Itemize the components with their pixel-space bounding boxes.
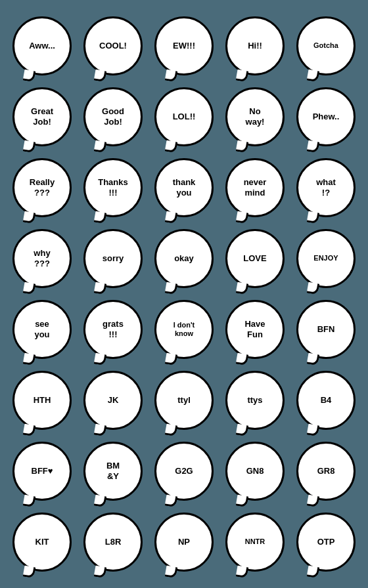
bubble-label-otp: OTP [317,537,335,547]
bubble-gr8[interactable]: GR8 [296,442,356,501]
bubble-thank-you[interactable]: thank you [154,158,214,217]
bubble-b4[interactable]: B4 [296,371,356,430]
bubble-label-hth: HTH [34,395,51,406]
bubble-label-bfn: BFN [317,324,335,335]
bubble-good-job[interactable]: Good Job! [83,87,143,146]
bubble-label-really: Really ??? [30,177,55,198]
bubble-ttys[interactable]: ttys [225,371,285,430]
bubble-okay[interactable]: okay [154,229,214,288]
bubble-never-mind[interactable]: never mind [225,158,285,217]
bubble-l8r[interactable]: L8R [83,513,143,572]
bubble-label-np: NP [178,537,190,547]
bubble-label-jk: JK [108,395,119,406]
bubble-label-great-job: Great Job! [31,106,53,127]
bubble-no-way[interactable]: No way! [225,87,285,146]
bubble-label-gotcha: Gotcha [313,41,338,50]
bubble-label-thank-you: thank you [173,177,196,198]
bubble-what[interactable]: what !? [296,158,356,217]
bubble-label-good-job: Good Job! [102,106,124,127]
bubble-label-nntr: NNTR [245,537,265,546]
bubble-otp[interactable]: OTP [296,513,356,572]
bubble-label-bm-y: BM &Y [106,461,120,481]
bubble-ew[interactable]: EW!!! [154,16,214,75]
bubble-enjoy[interactable]: ENJOY [296,229,356,288]
bubble-label-phew: Phew.. [313,112,340,122]
bubble-ttyl[interactable]: ttyl [154,371,214,430]
bubble-phew[interactable]: Phew.. [296,87,356,146]
bubble-label-ttyl: ttyl [177,395,191,406]
bubble-label-grats: grats !!! [103,319,124,339]
bubble-label-sorry: sorry [103,253,124,264]
bubble-bfn[interactable]: BFN [296,300,356,359]
bubble-label-why: why ??? [34,248,50,268]
bubble-label-have-fun: Have Fun [244,319,265,339]
bubble-aww[interactable]: Aww... [12,16,72,75]
bubble-label-enjoy: ENJOY [313,254,338,262]
bubble-really[interactable]: Really ??? [12,158,72,217]
bubble-hth[interactable]: HTH [12,371,72,430]
bubble-label-bff: BFF♥ [32,466,53,476]
bubble-label-never-mind: never mind [244,177,267,198]
bubble-np[interactable]: NP [154,513,214,572]
bubble-label-i-dont-know: I don't know [173,321,195,338]
bubble-label-ew: EW!!! [173,41,195,51]
bubble-label-see-you: see you [34,319,49,339]
bubble-sorry[interactable]: sorry [83,229,143,288]
bubble-see-you[interactable]: see you [12,300,72,359]
bubble-label-no-way: No way! [246,106,265,127]
bubble-label-aww: Aww... [29,41,55,51]
bubble-label-gn8: GN8 [246,466,264,476]
bubble-i-dont-know[interactable]: I don't know [154,300,214,359]
bubble-label-what: what !? [316,177,336,198]
bubble-gn8[interactable]: GN8 [225,442,285,501]
bubble-cool[interactable]: COOL! [83,16,143,75]
bubble-gotcha[interactable]: Gotcha [296,16,356,75]
bubble-label-cool: COOL! [99,41,127,51]
bubble-grats[interactable]: grats !!! [83,300,143,359]
bubble-label-thanks: Thanks !!! [98,177,128,198]
bubble-thanks[interactable]: Thanks !!! [83,158,143,217]
bubble-love[interactable]: LOVE [225,229,285,288]
bubble-label-love: LOVE [243,253,266,264]
bubble-label-g2g: G2G [175,466,193,476]
bubble-label-hi: Hi!! [248,41,262,51]
bubble-lol[interactable]: LOL!! [154,87,214,146]
bubble-label-okay: okay [174,253,194,264]
bubble-label-gr8: GR8 [317,466,335,476]
bubble-hi[interactable]: Hi!! [225,16,285,75]
bubble-nntr[interactable]: NNTR [225,513,285,572]
bubble-have-fun[interactable]: Have Fun [225,300,285,359]
bubble-label-b4: B4 [321,395,332,406]
bubble-g2g[interactable]: G2G [154,442,214,501]
bubble-label-ttys: ttys [247,395,262,406]
bubble-bm-y[interactable]: BM &Y [83,442,143,501]
bubble-label-lol: LOL!! [173,112,196,122]
bubble-jk[interactable]: JK [83,371,143,430]
bubble-label-kit: KIT [35,537,49,547]
bubble-great-job[interactable]: Great Job! [12,87,72,146]
emoji-sticker-grid: Aww...COOL!EW!!!Hi!!GotchaGreat Job!Good… [0,3,368,585]
bubble-kit[interactable]: KIT [12,513,72,572]
bubble-why[interactable]: why ??? [12,229,72,288]
bubble-bff[interactable]: BFF♥ [12,442,72,501]
bubble-label-l8r: L8R [105,537,122,547]
